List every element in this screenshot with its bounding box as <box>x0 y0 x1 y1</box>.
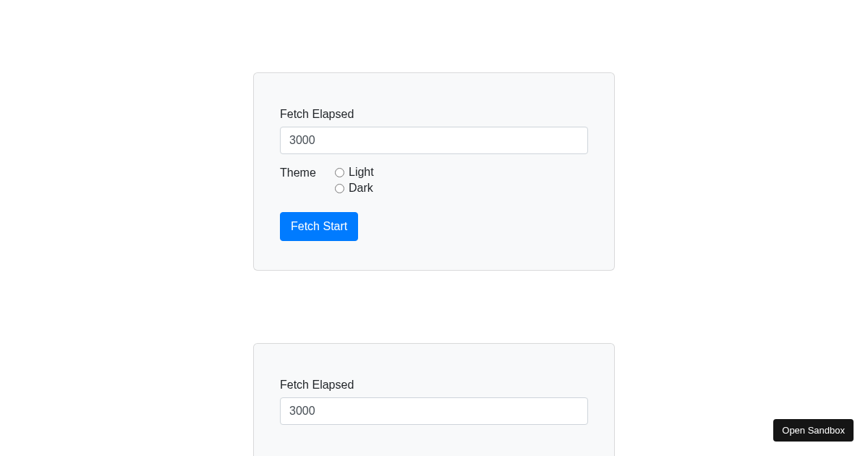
theme-radio-dark-input[interactable] <box>335 184 344 193</box>
form-card: Fetch Elapsed <box>253 343 615 456</box>
theme-radio-dark-label: Dark <box>349 182 373 195</box>
theme-radio-light-input[interactable] <box>335 168 344 177</box>
fetch-elapsed-label: Fetch Elapsed <box>280 108 588 121</box>
page-wrapper: Fetch Elapsed Theme Light Dark Fetch Sta… <box>0 0 868 456</box>
fetch-elapsed-group: Fetch Elapsed <box>280 379 588 425</box>
theme-radio-dark[interactable]: Dark <box>335 182 374 195</box>
form-card: Fetch Elapsed Theme Light Dark Fetch Sta… <box>253 72 615 271</box>
theme-radio-light[interactable]: Light <box>335 166 374 179</box>
fetch-elapsed-group: Fetch Elapsed <box>280 108 588 154</box>
fetch-start-button[interactable]: Fetch Start <box>280 212 358 241</box>
theme-radio-group: Light Dark <box>335 166 374 195</box>
fetch-elapsed-input[interactable] <box>280 127 588 154</box>
theme-radio-light-label: Light <box>349 166 374 179</box>
theme-group: Theme Light Dark <box>280 166 588 195</box>
fetch-elapsed-label: Fetch Elapsed <box>280 379 588 392</box>
theme-label: Theme <box>280 166 335 180</box>
open-sandbox-button[interactable]: Open Sandbox <box>773 419 854 442</box>
fetch-elapsed-input[interactable] <box>280 397 588 425</box>
